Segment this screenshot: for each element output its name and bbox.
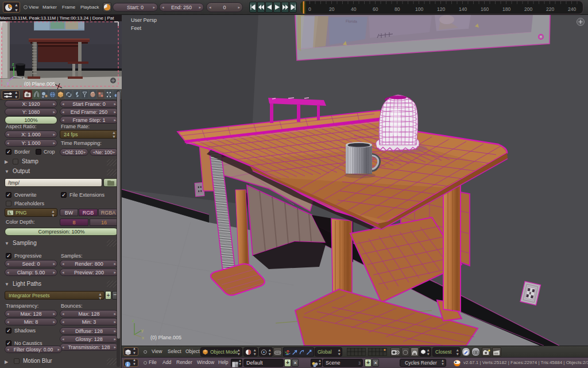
svg-text:240: 240	[568, 6, 576, 12]
svg-text:220: 220	[546, 6, 554, 12]
svg-text:z: z	[132, 318, 134, 323]
svg-text:20: 20	[329, 6, 335, 12]
svg-text:(0) Plane.005: (0) Plane.005	[150, 335, 181, 340]
svg-text:180: 180	[502, 6, 510, 12]
svg-text:60: 60	[373, 6, 378, 12]
svg-text:y: y	[7, 81, 9, 86]
svg-text:x: x	[23, 76, 25, 80]
svg-text:0: 0	[308, 6, 311, 12]
svg-text:z: z	[12, 62, 14, 66]
svg-text:100: 100	[415, 6, 423, 12]
svg-text:y: y	[141, 328, 144, 333]
svg-text:Florida: Florida	[346, 19, 357, 24]
svg-text:80: 80	[394, 6, 400, 12]
svg-text:200: 200	[524, 6, 532, 12]
svg-text:160: 160	[481, 6, 489, 12]
svg-text:User Persp: User Persp	[131, 17, 157, 23]
svg-text:140: 140	[459, 6, 467, 12]
svg-text:Feet: Feet	[131, 25, 142, 31]
svg-text:x: x	[142, 335, 144, 340]
svg-text:120: 120	[437, 6, 445, 12]
svg-text:40: 40	[351, 6, 357, 12]
